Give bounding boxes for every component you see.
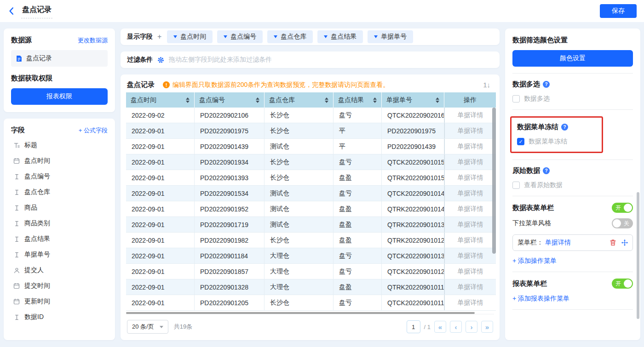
sort-order-icon[interactable]: 1↓: [480, 80, 493, 90]
table-row[interactable]: 2022-09-01PD20220901439测试仓平PD20220901439…: [126, 139, 496, 154]
field-item[interactable]: 提交人: [11, 262, 108, 278]
first-page-button[interactable]: «: [434, 321, 446, 333]
sort-icon[interactable]: [436, 97, 439, 103]
multi-select-title: 数据多选: [512, 80, 540, 89]
row-detail-button[interactable]: 单据详情: [444, 108, 496, 123]
table-cell: 2022-09-01: [126, 139, 195, 154]
move-icon[interactable]: [621, 239, 628, 246]
sort-icon[interactable]: [186, 97, 190, 103]
filter-placeholder: 拖动左侧字段到此处来添加过滤条件: [169, 56, 272, 64]
table-row[interactable]: 2022-09-01PD20220901328大理仓盘盈QTRK20220901…: [126, 279, 496, 295]
table-row[interactable]: 2022-09-01PD20220901205长沙仓盘亏QTCK20220901…: [126, 295, 496, 311]
last-page-button[interactable]: »: [481, 321, 493, 333]
header-cell[interactable]: 盘点结果: [334, 92, 382, 108]
table-cell: 长沙仓: [264, 123, 334, 138]
formula-field-link[interactable]: + 公式字段: [79, 126, 108, 135]
header-cell[interactable]: 盘点时间: [126, 92, 195, 108]
page-number-input[interactable]: 1: [407, 320, 420, 333]
help-icon[interactable]: ?: [543, 167, 550, 174]
row-detail-button[interactable]: 单据详情: [444, 217, 496, 232]
sort-icon[interactable]: [325, 97, 328, 103]
add-display-field-button[interactable]: +: [157, 33, 161, 41]
raw-data-title: 原始数据: [512, 166, 540, 175]
raw-data-checkbox[interactable]: [512, 182, 520, 189]
field-item[interactable]: 数据ID: [11, 309, 108, 325]
menu-item-value[interactable]: 单据详情: [545, 239, 571, 247]
table-cell: 大理仓: [264, 264, 334, 279]
header-cell-actions[interactable]: 操作: [444, 92, 496, 108]
table-menubar-toggle[interactable]: 开: [612, 203, 633, 213]
help-icon[interactable]: ?: [561, 124, 568, 131]
table-row[interactable]: 2022-09-01PD20220901719测试仓盘盈QTRK20220901…: [126, 217, 496, 233]
table-cell: PD20220902106: [195, 108, 264, 123]
field-item[interactable]: 商品类别: [11, 216, 108, 231]
delete-icon[interactable]: [610, 239, 616, 246]
gear-icon[interactable]: [157, 57, 164, 63]
add-action-menu-link[interactable]: + 添加操作菜单: [512, 257, 557, 265]
sort-icon[interactable]: [373, 97, 377, 103]
header-cell[interactable]: 盘点编号: [195, 92, 264, 108]
display-field-chip[interactable]: 盘点仓库: [267, 30, 313, 43]
row-detail-button[interactable]: 单据详情: [444, 170, 496, 185]
field-item[interactable]: 更新时间: [11, 294, 108, 309]
row-detail-button[interactable]: 单据详情: [444, 248, 496, 263]
table-row[interactable]: 2022-09-02PD20220902106长沙仓盘亏QTCK20220902…: [126, 108, 496, 123]
change-datasource-link[interactable]: 更改数据源: [78, 36, 108, 45]
row-detail-button[interactable]: 单据详情: [444, 139, 496, 154]
row-detail-button[interactable]: 单据详情: [444, 201, 496, 216]
display-field-chip[interactable]: 盘点编号: [217, 30, 263, 43]
text-icon: [13, 205, 20, 211]
color-settings-button[interactable]: 颜色设置: [512, 50, 633, 67]
save-button[interactable]: 保存: [600, 4, 637, 18]
row-detail-button[interactable]: 单据详情: [444, 295, 496, 310]
row-detail-button[interactable]: 单据详情: [444, 233, 496, 248]
row-detail-button[interactable]: 单据详情: [444, 264, 496, 279]
header-cell[interactable]: 盘点仓库: [264, 92, 334, 108]
menu-freeze-checkbox[interactable]: ✓: [517, 138, 524, 145]
field-item[interactable]: 盘点编号: [11, 169, 108, 184]
sort-icon[interactable]: [256, 97, 259, 103]
datasource-item[interactable]: 盘点记录: [11, 50, 108, 67]
display-field-chip[interactable]: 盘点结果: [317, 30, 363, 43]
row-detail-button[interactable]: 单据详情: [444, 154, 496, 170]
chevron-down-icon: [224, 35, 227, 38]
table-row[interactable]: 2022-09-01PD20220901534测试仓盘亏QTCK20220901…: [126, 186, 496, 201]
chevron-down-icon: [160, 326, 163, 328]
back-button[interactable]: [7, 7, 16, 15]
page-size-select[interactable]: 20 条/页: [127, 320, 168, 334]
panel-scrollbar[interactable]: [637, 192, 639, 319]
table-row[interactable]: 2022-09-01PD20220901975长沙仓平PD20220901975…: [126, 123, 496, 139]
field-item[interactable]: 商品: [11, 200, 108, 216]
field-item[interactable]: 盘点结果: [11, 231, 108, 247]
field-item[interactable]: 盘点时间: [11, 153, 108, 169]
row-detail-button[interactable]: 单据详情: [444, 186, 496, 201]
row-detail-button[interactable]: 单据详情: [444, 123, 496, 138]
field-item[interactable]: 标题: [11, 137, 108, 153]
table-vertical-scrollbar[interactable]: [492, 108, 496, 254]
field-item[interactable]: 提交时间: [11, 278, 108, 294]
help-icon[interactable]: ?: [543, 81, 550, 88]
dropdown-style-toggle[interactable]: 关: [612, 218, 633, 228]
table-row[interactable]: 2022-09-01PD20220901952测试仓盘盈QTRK20220901…: [126, 201, 496, 217]
header-cell[interactable]: 单据单号: [382, 92, 444, 108]
table-row[interactable]: 2022-09-01PD20220901857大理仓盘亏QTCK20220901…: [126, 264, 496, 279]
table-cell: 2022-09-01: [126, 295, 195, 310]
table-row[interactable]: 2022-09-01PD20220901393长沙仓盘盈QTRK20220901…: [126, 170, 496, 186]
table-cell: QTCK20220901011: [382, 295, 444, 310]
prev-page-button[interactable]: ‹: [450, 321, 462, 333]
multi-select-checkbox[interactable]: [512, 95, 520, 102]
add-report-action-link[interactable]: + 添加报表操作菜单: [512, 295, 569, 303]
field-item[interactable]: 单据单号: [11, 247, 108, 262]
page-title: 盘点记录: [21, 4, 52, 18]
table-row[interactable]: 2022-09-01PD20220901934长沙仓盘亏QTCK20220901…: [126, 154, 496, 170]
display-field-chip[interactable]: 盘点时间: [167, 30, 213, 43]
next-page-button[interactable]: ›: [466, 321, 477, 333]
table-row[interactable]: 2022-09-01PD20220901184大理仓盘亏QTCK20220901…: [126, 248, 496, 264]
row-detail-button[interactable]: 单据详情: [444, 279, 496, 295]
text-icon: [13, 236, 20, 242]
report-permission-button[interactable]: 报表权限: [11, 88, 108, 105]
display-field-chip[interactable]: 单据单号: [368, 30, 413, 43]
table-row[interactable]: 2022-09-01PD20220901982长沙仓盘盈QTRK20220901…: [126, 233, 496, 248]
report-menubar-toggle[interactable]: 开: [612, 279, 633, 289]
field-item[interactable]: 盘点仓库: [11, 184, 108, 200]
